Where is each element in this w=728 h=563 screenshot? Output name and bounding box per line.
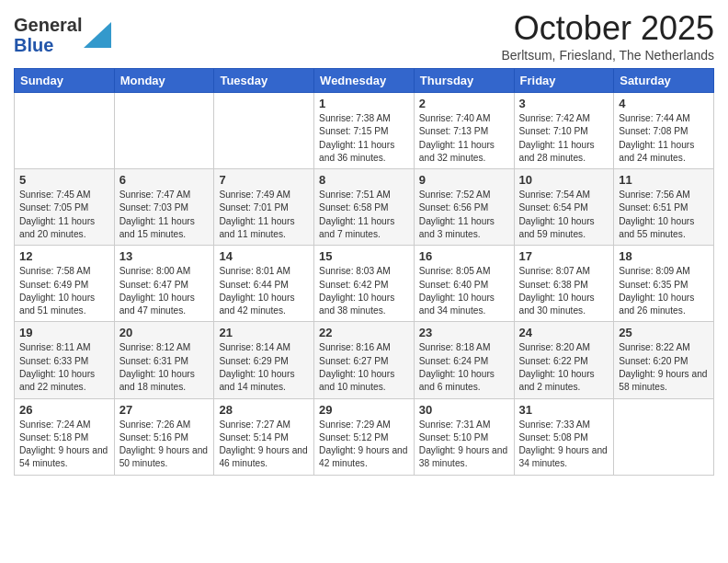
day-info: Sunrise: 8:09 AMSunset: 6:35 PMDaylight:…	[619, 265, 709, 317]
day-cell: 6Sunrise: 7:47 AMSunset: 7:03 PMDaylight…	[114, 169, 214, 246]
day-number: 28	[219, 403, 309, 417]
week-row-1: 1Sunrise: 7:38 AMSunset: 7:15 PMDaylight…	[15, 93, 714, 169]
day-cell: 16Sunrise: 8:05 AMSunset: 6:40 PMDayligh…	[414, 246, 514, 322]
day-cell: 12Sunrise: 7:58 AMSunset: 6:49 PMDayligh…	[15, 246, 115, 322]
day-cell: 3Sunrise: 7:42 AMSunset: 7:10 PMDaylight…	[514, 93, 614, 169]
day-number: 2	[419, 97, 509, 110]
day-cell: 13Sunrise: 8:00 AMSunset: 6:47 PMDayligh…	[114, 246, 214, 322]
logo-icon	[84, 22, 111, 48]
day-cell: 23Sunrise: 8:18 AMSunset: 6:24 PMDayligh…	[414, 322, 514, 398]
day-cell: 30Sunrise: 7:31 AMSunset: 5:10 PMDayligh…	[414, 398, 514, 475]
day-cell: 17Sunrise: 8:07 AMSunset: 6:38 PMDayligh…	[514, 246, 614, 322]
day-number: 17	[519, 249, 609, 263]
day-number: 12	[19, 249, 109, 263]
day-info: Sunrise: 7:29 AMSunset: 5:12 PMDaylight:…	[319, 419, 409, 471]
day-info: Sunrise: 7:42 AMSunset: 7:10 PMDaylight:…	[519, 112, 609, 165]
day-cell: 5Sunrise: 7:45 AMSunset: 7:05 PMDaylight…	[15, 169, 115, 246]
day-number: 31	[519, 403, 609, 417]
day-number: 24	[519, 326, 609, 339]
day-cell: 10Sunrise: 7:54 AMSunset: 6:54 PMDayligh…	[514, 169, 614, 246]
day-number: 30	[419, 403, 509, 417]
day-number: 11	[619, 173, 709, 187]
day-info: Sunrise: 8:07 AMSunset: 6:38 PMDaylight:…	[519, 265, 609, 317]
day-number: 21	[219, 326, 309, 339]
day-number: 3	[519, 97, 609, 110]
day-info: Sunrise: 7:27 AMSunset: 5:14 PMDaylight:…	[219, 419, 309, 471]
day-cell: 2Sunrise: 7:40 AMSunset: 7:13 PMDaylight…	[414, 93, 514, 169]
day-number: 5	[19, 173, 109, 187]
logo-blue-text: Blue	[14, 35, 53, 55]
day-info: Sunrise: 8:11 AMSunset: 6:33 PMDaylight:…	[19, 341, 109, 394]
day-info: Sunrise: 8:22 AMSunset: 6:20 PMDaylight:…	[619, 341, 709, 394]
day-cell: 15Sunrise: 8:03 AMSunset: 6:42 PMDayligh…	[314, 246, 415, 322]
day-info: Sunrise: 8:03 AMSunset: 6:42 PMDaylight:…	[319, 265, 409, 317]
day-cell: 1Sunrise: 7:38 AMSunset: 7:15 PMDaylight…	[314, 93, 415, 169]
calendar-table: SundayMondayTuesdayWednesdayThursdayFrid…	[14, 68, 714, 476]
day-cell: 21Sunrise: 8:14 AMSunset: 6:29 PMDayligh…	[214, 322, 314, 398]
day-cell: 19Sunrise: 8:11 AMSunset: 6:33 PMDayligh…	[15, 322, 115, 398]
day-cell: 20Sunrise: 8:12 AMSunset: 6:31 PMDayligh…	[114, 322, 214, 398]
day-cell: 8Sunrise: 7:51 AMSunset: 6:58 PMDaylight…	[314, 169, 415, 246]
day-number: 29	[319, 403, 409, 417]
day-number: 25	[619, 326, 709, 339]
logo-general-text: General	[14, 15, 82, 35]
day-cell: 9Sunrise: 7:52 AMSunset: 6:56 PMDaylight…	[414, 169, 514, 246]
day-number: 16	[419, 249, 509, 263]
title-block: October 2025 Berltsum, Friesland, The Ne…	[501, 9, 714, 63]
day-number: 26	[19, 403, 109, 417]
page-header: General Blue October 2025 Berltsum, Frie…	[14, 9, 714, 63]
day-number: 27	[119, 403, 210, 417]
svg-marker-0	[84, 22, 111, 48]
day-number: 23	[419, 326, 509, 339]
day-info: Sunrise: 7:24 AMSunset: 5:18 PMDaylight:…	[19, 419, 109, 471]
day-info: Sunrise: 8:20 AMSunset: 6:22 PMDaylight:…	[519, 341, 609, 394]
day-cell: 31Sunrise: 7:33 AMSunset: 5:08 PMDayligh…	[514, 398, 614, 475]
logo: General Blue	[14, 15, 111, 55]
day-cell: 22Sunrise: 8:16 AMSunset: 6:27 PMDayligh…	[314, 322, 415, 398]
day-cell	[214, 93, 314, 169]
day-number: 19	[19, 326, 109, 339]
calendar-header-row: SundayMondayTuesdayWednesdayThursdayFrid…	[15, 69, 714, 93]
month-title: October 2025	[501, 9, 714, 48]
day-info: Sunrise: 7:31 AMSunset: 5:10 PMDaylight:…	[419, 419, 509, 471]
day-cell	[114, 93, 214, 169]
header-tuesday: Tuesday	[214, 69, 314, 93]
day-cell: 14Sunrise: 8:01 AMSunset: 6:44 PMDayligh…	[214, 246, 314, 322]
day-number: 18	[619, 249, 709, 263]
day-info: Sunrise: 7:44 AMSunset: 7:08 PMDaylight:…	[619, 112, 709, 165]
day-number: 15	[319, 249, 409, 263]
week-row-4: 19Sunrise: 8:11 AMSunset: 6:33 PMDayligh…	[15, 322, 714, 398]
day-info: Sunrise: 7:33 AMSunset: 5:08 PMDaylight:…	[519, 419, 609, 471]
day-info: Sunrise: 7:52 AMSunset: 6:56 PMDaylight:…	[419, 189, 509, 241]
day-info: Sunrise: 7:40 AMSunset: 7:13 PMDaylight:…	[419, 112, 509, 165]
location-text: Berltsum, Friesland, The Netherlands	[501, 48, 714, 63]
day-info: Sunrise: 8:14 AMSunset: 6:29 PMDaylight:…	[219, 341, 309, 394]
day-info: Sunrise: 8:12 AMSunset: 6:31 PMDaylight:…	[119, 341, 210, 394]
day-number: 6	[119, 173, 210, 187]
day-number: 14	[219, 249, 309, 263]
day-number: 13	[119, 249, 210, 263]
day-info: Sunrise: 7:54 AMSunset: 6:54 PMDaylight:…	[519, 189, 609, 241]
header-wednesday: Wednesday	[314, 69, 415, 93]
day-info: Sunrise: 7:47 AMSunset: 7:03 PMDaylight:…	[119, 189, 210, 241]
day-cell: 18Sunrise: 8:09 AMSunset: 6:35 PMDayligh…	[614, 246, 714, 322]
week-row-2: 5Sunrise: 7:45 AMSunset: 7:05 PMDaylight…	[15, 169, 714, 246]
day-cell: 29Sunrise: 7:29 AMSunset: 5:12 PMDayligh…	[314, 398, 415, 475]
day-cell: 11Sunrise: 7:56 AMSunset: 6:51 PMDayligh…	[614, 169, 714, 246]
day-info: Sunrise: 7:51 AMSunset: 6:58 PMDaylight:…	[319, 189, 409, 241]
day-cell: 4Sunrise: 7:44 AMSunset: 7:08 PMDaylight…	[614, 93, 714, 169]
day-number: 22	[319, 326, 409, 339]
day-info: Sunrise: 7:45 AMSunset: 7:05 PMDaylight:…	[19, 189, 109, 241]
day-info: Sunrise: 8:00 AMSunset: 6:47 PMDaylight:…	[119, 265, 210, 317]
day-cell	[614, 398, 714, 475]
header-thursday: Thursday	[414, 69, 514, 93]
day-number: 8	[319, 173, 409, 187]
day-number: 7	[219, 173, 309, 187]
header-saturday: Saturday	[614, 69, 714, 93]
day-info: Sunrise: 8:01 AMSunset: 6:44 PMDaylight:…	[219, 265, 309, 317]
day-info: Sunrise: 7:56 AMSunset: 6:51 PMDaylight:…	[619, 189, 709, 241]
day-info: Sunrise: 7:49 AMSunset: 7:01 PMDaylight:…	[219, 189, 309, 241]
day-number: 10	[519, 173, 609, 187]
day-cell: 25Sunrise: 8:22 AMSunset: 6:20 PMDayligh…	[614, 322, 714, 398]
day-info: Sunrise: 7:38 AMSunset: 7:15 PMDaylight:…	[319, 112, 409, 165]
